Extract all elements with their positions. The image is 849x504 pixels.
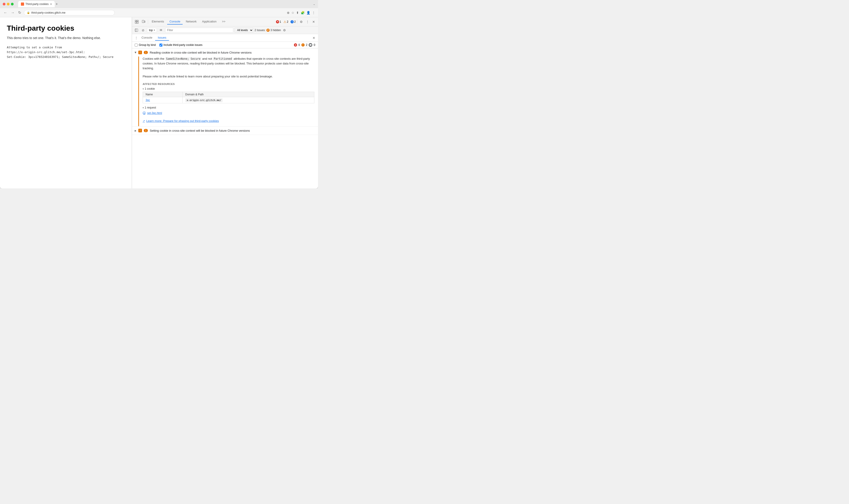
- request-section-arrow: ▾: [143, 107, 144, 109]
- cookie-resource-section: ▾ 1 cookie Name Domain & Path: [143, 87, 314, 103]
- info-count: 2: [294, 20, 296, 23]
- issues-count-display: 2 Issues: 2 3 hidden ⚙: [254, 28, 287, 33]
- group-by-kind-checkbox[interactable]: [135, 43, 138, 47]
- issue-1-description: Cookies with the SameSite=None; Secure a…: [143, 56, 314, 71]
- code-line-2: https://x-origin-src.glitch.me/set-3pc.h…: [7, 50, 85, 54]
- issues-menu-button[interactable]: ⋮: [134, 35, 139, 41]
- learn-more-text[interactable]: Learn more: Prepare for phasing out thir…: [146, 119, 219, 123]
- learn-more-link[interactable]: ↗ Learn more: Prepare for phasing out th…: [143, 119, 314, 123]
- tab-close-icon[interactable]: ✕: [50, 3, 52, 6]
- frame-dropdown-arrow[interactable]: ▾: [154, 29, 155, 31]
- nav-icons: ⊕ ☆ ⬆ 🧩 👤 ⋮: [287, 11, 315, 15]
- cookie-section-arrow: ▾: [143, 88, 144, 90]
- clear-console-button[interactable]: ⊘: [141, 28, 146, 33]
- cookie-domain-header: Domain & Path: [182, 92, 314, 97]
- issue-2-warn-icon: !: [138, 129, 142, 132]
- issue-2-title: Setting cookie in cross-site context wil…: [150, 129, 250, 132]
- devtools-close-button[interactable]: ✕: [311, 19, 316, 24]
- refresh-button[interactable]: ↻: [17, 10, 22, 16]
- affected-resources: AFFECTED RESOURCES ▾ 1 cookie: [143, 83, 314, 123]
- close-button[interactable]: [3, 3, 5, 5]
- svg-rect-3: [137, 22, 138, 23]
- add-tab-button[interactable]: +: [56, 2, 58, 6]
- issues-content: ▶ ! 1 Reading cookie in cross-site conte…: [132, 48, 318, 188]
- separator-2: [297, 19, 297, 24]
- page-content: Third-party cookies This demo tries to s…: [0, 17, 132, 188]
- star-icon[interactable]: ☆: [291, 11, 294, 15]
- warn-icon: ⚠: [283, 20, 286, 24]
- console-filter-input[interactable]: [165, 28, 233, 33]
- include-third-party-checkbox[interactable]: [159, 43, 162, 47]
- cookie-name-header: Name: [143, 92, 183, 97]
- issues-hidden-label: 3 hidden: [270, 29, 281, 32]
- request-item-1[interactable]: ⊕ set-3pc.html: [143, 111, 314, 115]
- error-count: 1: [280, 20, 281, 23]
- collapse-icon[interactable]: ⌄: [313, 2, 315, 6]
- option-comment-count: 0: [314, 43, 315, 47]
- tab-favicon: [21, 2, 24, 6]
- warn-badge-group: ⚠ 2: [283, 20, 288, 24]
- issues-panel-close-button[interactable]: ✕: [312, 35, 316, 41]
- issues-options-bar: Group by kind Include third-party cookie…: [132, 42, 318, 48]
- svg-rect-1: [137, 20, 138, 21]
- issue-1-count-badge: 1: [144, 51, 148, 54]
- more-tabs-button[interactable]: >>: [219, 19, 228, 24]
- minimize-button[interactable]: [7, 3, 10, 5]
- title-bar: Third-party cookies ✕ + ⌄: [0, 0, 318, 8]
- issues-panel: ⋮ Console Issues ✕ Group by kind Include…: [132, 34, 318, 188]
- address-bar[interactable]: 🔒 third-party-cookies.glitch.me: [24, 10, 115, 15]
- option-warn-count: 2: [306, 43, 307, 47]
- tab-network[interactable]: Network: [183, 19, 199, 24]
- issue-2-header[interactable]: ▶ ! 1 Setting cookie in cross-site conte…: [132, 126, 318, 134]
- issues-subtab[interactable]: Issues: [155, 35, 169, 41]
- cookie-name-link[interactable]: 3pc: [146, 98, 150, 102]
- request-resource-section: ▾ 1 request ⊕ set-3pc.html: [143, 106, 314, 115]
- console-toolbar: ⊘ top ▾ 👁 All levels 2 Issues: 2 3 hidde…: [132, 26, 318, 34]
- affected-resources-title: AFFECTED RESOURCES: [143, 83, 314, 85]
- separator-1: [148, 19, 148, 24]
- group-by-kind-group: Group by kind: [135, 43, 156, 47]
- menu-icon[interactable]: ⋮: [312, 11, 315, 15]
- forward-button[interactable]: →: [10, 10, 15, 16]
- eye-button[interactable]: 👁: [158, 28, 164, 33]
- svg-rect-4: [142, 20, 144, 23]
- external-link-icon: ↗: [143, 120, 145, 123]
- issues-settings-button[interactable]: ⚙: [282, 28, 287, 33]
- back-button[interactable]: ←: [3, 10, 8, 16]
- issue-1-header[interactable]: ▶ ! 1 Reading cookie in cross-site conte…: [132, 48, 318, 56]
- option-error-count: 0: [298, 43, 300, 47]
- maximize-button[interactable]: [11, 3, 14, 5]
- include-third-party-group: Include third-party cookie issues: [159, 43, 202, 47]
- request-section-header[interactable]: ▾ 1 request: [143, 106, 314, 109]
- issues-tab-bar: ⋮ Console Issues ✕: [132, 34, 318, 42]
- devtools-more-button[interactable]: ⋮: [305, 19, 310, 24]
- include-third-party-label: Include third-party cookie issues: [163, 43, 202, 47]
- group-by-kind-label: Group by kind: [139, 43, 156, 47]
- device-toolbar-button[interactable]: [141, 19, 146, 24]
- extensions-icon[interactable]: 🧩: [301, 11, 305, 15]
- zoom-icon[interactable]: ⊕: [287, 11, 289, 15]
- devtools-panel: Elements Console Network Application >> …: [132, 17, 318, 188]
- info-icon: i: [290, 20, 294, 23]
- profile-icon[interactable]: 👤: [306, 11, 310, 15]
- active-tab[interactable]: Third-party cookies ✕: [18, 1, 55, 7]
- devtools-settings-button[interactable]: ⚙: [299, 19, 304, 24]
- request-link[interactable]: set-3pc.html: [147, 111, 162, 115]
- cookie-section-header[interactable]: ▾ 1 cookie: [143, 87, 314, 90]
- inspect-element-button[interactable]: [134, 19, 140, 24]
- issue-item-1: ▶ ! 1 Reading cookie in cross-site conte…: [132, 48, 318, 126]
- levels-dropdown[interactable]: All levels: [235, 28, 253, 33]
- info-badge-group: i 2: [290, 20, 296, 23]
- sidebar-toggle-button[interactable]: [134, 28, 139, 33]
- frame-selector-top: top: [149, 29, 153, 32]
- tab-console[interactable]: Console: [167, 19, 183, 24]
- option-error-icon: ✕: [294, 43, 297, 47]
- console-subtab[interactable]: Console: [139, 35, 155, 41]
- warn-count: 2: [287, 20, 288, 23]
- address-text: third-party-cookies.glitch.me: [31, 11, 66, 14]
- tab-application[interactable]: Application: [200, 19, 219, 24]
- share-icon[interactable]: ⬆: [296, 11, 299, 15]
- tab-elements[interactable]: Elements: [149, 19, 166, 24]
- content-area: Third-party cookies This demo tries to s…: [0, 17, 318, 188]
- tab-bar: Third-party cookies ✕ +: [18, 1, 311, 7]
